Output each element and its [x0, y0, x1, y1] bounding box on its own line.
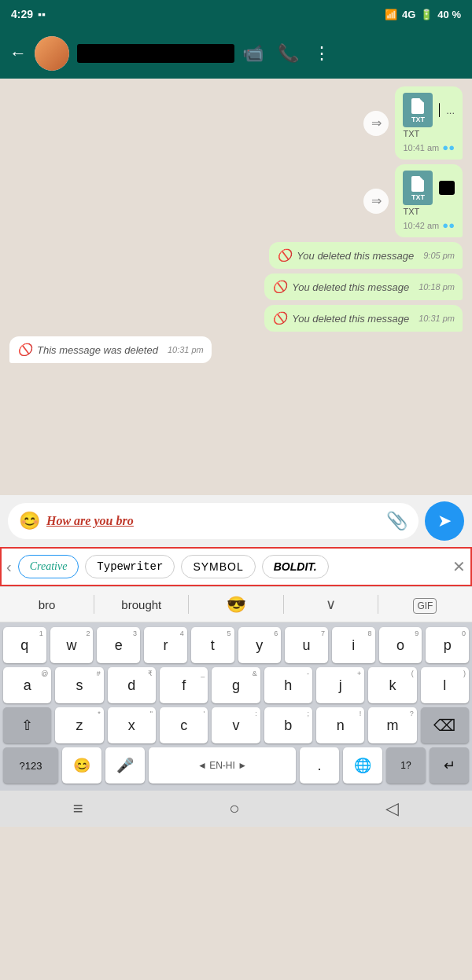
font-chip-creative-label: Creative: [30, 560, 68, 572]
keyboard: 1q 2w 3e 4r 5t 6y 7u 8i 9o 0p @a #s ₹d _…: [0, 622, 472, 791]
autocomplete-word-2[interactable]: brought: [94, 590, 188, 619]
forward-btn-2[interactable]: ⇒: [363, 189, 389, 214]
key-w[interactable]: 2w: [50, 627, 94, 663]
forward-btn-1[interactable]: ⇒: [363, 111, 389, 136]
key-space[interactable]: ◄ EN-HI ►: [149, 747, 296, 784]
key-j[interactable]: +j: [316, 667, 364, 703]
contact-name-redacted: [77, 44, 234, 63]
key-enter[interactable]: ↵: [430, 747, 469, 784]
font-chip-bolditalic[interactable]: BOLDIT.: [262, 555, 329, 578]
status-bar-left: 4:29 ▪▪: [11, 8, 46, 20]
more-menu-icon[interactable]: ⋮: [313, 43, 330, 64]
nav-menu-icon[interactable]: ≡: [73, 798, 83, 819]
bubble-deleted-3: 🚫 You deleted this message 10:31 pm: [264, 305, 463, 332]
key-q[interactable]: 1q: [3, 627, 46, 663]
key-x[interactable]: "x: [108, 707, 156, 743]
bubble-sent-file-1: TXT ... TXT 10:41 am ●●: [395, 86, 463, 160]
header-icons: 📹 📞 ⋮: [242, 43, 330, 64]
message-input-box[interactable]: 😊 How are you bro 📎: [8, 503, 419, 539]
key-emoji[interactable]: 😊: [62, 747, 101, 784]
key-shift[interactable]: ⇧: [3, 707, 51, 743]
key-z[interactable]: *z: [55, 707, 103, 743]
keyboard-row-1: 1q 2w 3e 4r 5t 6y 7u 8i 9o 0p: [3, 627, 469, 663]
contact-avatar[interactable]: [35, 36, 69, 71]
key-k[interactable]: (k: [368, 667, 416, 703]
autocomplete-gif-label: GIF: [413, 598, 437, 614]
key-backspace[interactable]: ⌫: [421, 707, 469, 743]
font-scroll-left[interactable]: ‹: [6, 558, 12, 576]
key-b[interactable]: ;b: [264, 707, 312, 743]
keyboard-row-2: @a #s ₹d _f &g -h +j (k )l: [3, 667, 469, 703]
keyboard-row-3: ⇧ *z "x 'c :v ;b !n ?m ⌫: [3, 707, 469, 743]
font-selector-close[interactable]: ✕: [452, 557, 466, 576]
file-ellipsis-1: ...: [446, 105, 455, 116]
font-chip-typewriter[interactable]: Typewriter: [85, 555, 175, 578]
message-row-3: 🚫 You deleted this message 9:05 pm: [9, 242, 463, 269]
font-selector-bar: ‹ Creative Typewriter SYMBOL BOLDIT. ✕: [0, 547, 472, 586]
key-period[interactable]: .: [300, 747, 339, 784]
key-u[interactable]: 7u: [285, 627, 328, 663]
deleted-text-received: This message was deleted: [37, 344, 158, 356]
deleted-time-3: 10:31 pm: [419, 314, 455, 323]
key-m[interactable]: ?m: [368, 707, 416, 743]
key-t[interactable]: 5t: [191, 627, 234, 663]
message-row-1: ⇒ TXT ... TXT 10:41 am ●●: [9, 86, 463, 160]
autocomplete-expand[interactable]: ∨: [284, 588, 378, 621]
font-chip-symbol[interactable]: SYMBOL: [181, 555, 255, 578]
font-chip-creative[interactable]: Creative: [18, 555, 79, 578]
bubble-deleted-1: 🚫 You deleted this message 9:05 pm: [269, 242, 463, 269]
keyboard-row-4: ?123 😊 🎤 ◄ EN-HI ► . 🌐 1? ↵: [3, 747, 469, 784]
key-g[interactable]: &g: [212, 667, 260, 703]
autocomplete-word-1[interactable]: bro: [0, 590, 94, 619]
key-e[interactable]: 3e: [97, 627, 140, 663]
key-d[interactable]: ₹d: [108, 667, 156, 703]
bubble-meta-2: 10:42 am ●●: [403, 219, 455, 231]
back-button[interactable]: ←: [9, 43, 27, 64]
autocomplete-word-1-text: bro: [39, 598, 56, 611]
key-a[interactable]: @a: [3, 667, 51, 703]
key-c[interactable]: 'c: [160, 707, 208, 743]
battery-icon: 🔋: [420, 9, 433, 20]
font-chip-symbol-label: SYMBOL: [193, 560, 243, 573]
autocomplete-emoji[interactable]: 😎: [189, 587, 282, 622]
deleted-icon-received: 🚫: [17, 343, 32, 357]
key-l[interactable]: )l: [421, 667, 469, 703]
key-p[interactable]: 0p: [426, 627, 469, 663]
key-1q[interactable]: 1?: [386, 747, 426, 784]
bubble-meta-1: 10:41 am ●●: [403, 141, 455, 153]
battery-level: 40 %: [437, 9, 461, 20]
key-r[interactable]: 4r: [144, 627, 187, 663]
key-i[interactable]: 8i: [332, 627, 375, 663]
chat-area: ⇒ TXT ... TXT 10:41 am ●● ⇒: [0, 79, 472, 495]
key-s[interactable]: #s: [55, 667, 103, 703]
nav-home-icon[interactable]: ○: [229, 798, 239, 819]
sim-icon: ▪▪: [38, 8, 46, 20]
chat-header: ← 📹 📞 ⋮: [0, 28, 472, 79]
message-input-text[interactable]: How are you bro: [46, 514, 380, 528]
file-type-label-1: TXT: [403, 129, 455, 138]
video-call-icon[interactable]: 📹: [242, 43, 264, 64]
attach-button[interactable]: 📎: [386, 511, 407, 531]
voice-call-icon[interactable]: 📞: [278, 43, 299, 64]
message-row-6: 🚫 This message was deleted 10:31 pm: [9, 336, 463, 363]
bottom-nav: ≡ ○ ◁: [0, 791, 472, 827]
check-icon-1: ●●: [442, 141, 455, 153]
message-row-5: 🚫 You deleted this message 10:31 pm: [9, 305, 463, 332]
key-f[interactable]: _f: [160, 667, 208, 703]
key-n[interactable]: !n: [316, 707, 364, 743]
key-numbers[interactable]: ?123: [3, 747, 58, 784]
deleted-time-received: 10:31 pm: [168, 345, 204, 354]
emoji-button[interactable]: 😊: [19, 511, 40, 531]
key-o[interactable]: 9o: [379, 627, 422, 663]
autocomplete-gif[interactable]: GIF: [378, 590, 472, 619]
key-mic[interactable]: 🎤: [105, 747, 145, 784]
key-v[interactable]: :v: [212, 707, 260, 743]
send-icon: ➤: [437, 511, 452, 531]
key-globe[interactable]: 🌐: [343, 747, 382, 784]
deleted-icon-1: 🚫: [277, 248, 292, 262]
send-button[interactable]: ➤: [425, 501, 464, 541]
autocomplete-bar: bro brought 😎 ∨ GIF: [0, 586, 472, 622]
nav-back-icon[interactable]: ◁: [385, 798, 399, 819]
key-y[interactable]: 6y: [238, 627, 282, 663]
key-h[interactable]: -h: [264, 667, 312, 703]
